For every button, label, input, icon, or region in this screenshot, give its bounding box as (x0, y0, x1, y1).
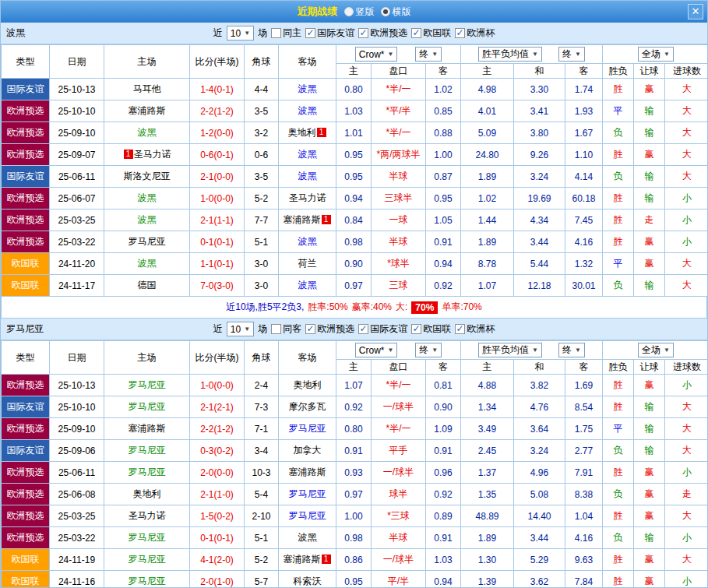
odds-home: 0.95 (336, 571, 372, 588)
subcol-avg-away: 客 (565, 64, 603, 79)
odds-handicap: *半/一 (372, 418, 426, 440)
comp-filter-checkbox-4[interactable]: ✓ 欧洲杯 (455, 322, 495, 336)
home-team: 罗马尼亚 (104, 549, 190, 571)
layout-vertical-option[interactable]: 竖版 (344, 5, 375, 19)
result-outcome: 胜 (603, 209, 634, 231)
comp-filter-label: 欧国联 (423, 26, 451, 40)
match-date: 25-06-11 (50, 166, 104, 188)
chevron-down-icon: ▼ (575, 347, 581, 354)
final-odds-select[interactable]: 终 ▼ (415, 47, 442, 62)
odds-away: 0.91 (426, 231, 461, 253)
corner-count: 3-0 (245, 275, 279, 297)
same-venue-label: 同主 (283, 26, 301, 40)
match-row: 欧洲预选25-10-13罗马尼亚1-0(0-0)2-4奥地利1.07*半/一0.… (2, 375, 708, 396)
corner-count: 5-7 (245, 571, 279, 588)
avg-home-odds: 48.89 (461, 505, 514, 527)
odds-away: 1.05 (426, 209, 461, 231)
subcol-outcome: 胜负 (603, 64, 634, 79)
competition-badge: 欧洲预选 (2, 231, 50, 253)
home-team-name: 波黑 (138, 258, 157, 269)
col-score: 比分(半场) (190, 341, 245, 375)
comp-filter-checkbox-2[interactable]: ✓ 欧洲预选 (358, 26, 407, 40)
final-avg-select[interactable]: 终 ▼ (558, 343, 585, 357)
comp-filter-checkbox-3[interactable]: ✓ 欧国联 (411, 322, 451, 336)
close-button[interactable]: ✕ (688, 4, 703, 19)
checkbox-checked-icon: ✓ (455, 324, 465, 334)
final-odds-select[interactable]: 终 ▼ (415, 343, 442, 357)
subcol-odds-away: 客 (426, 64, 461, 79)
away-team: 波黑 (279, 79, 336, 100)
avg-draw-odds: 5.08 (514, 484, 565, 505)
recent-count-select[interactable]: 10 ▼ (227, 26, 254, 40)
avg-draw-odds: 14.40 (514, 505, 565, 527)
comp-filter-checkbox-3[interactable]: ✓ 欧国联 (411, 26, 451, 40)
odds-home: 0.97 (336, 484, 372, 505)
avg-odds-select[interactable]: 胜平负均值 ▼ (478, 47, 542, 62)
same-venue-checkbox[interactable]: 同主 (271, 26, 301, 40)
avg-draw-odds: 3.44 (514, 527, 565, 549)
odds-handicap: 半球 (372, 166, 426, 188)
same-venue-checkbox[interactable]: 同客 (271, 322, 301, 336)
match-date: 25-09-10 (50, 122, 104, 144)
odds-handicap: 球半 (372, 484, 426, 505)
match-date: 25-03-22 (50, 527, 104, 549)
corner-count: 5-2 (245, 188, 279, 209)
home-team: 1圣马力诺 (104, 144, 190, 166)
result-goals: 大 (665, 275, 708, 297)
period-select[interactable]: 全场 ▼ (638, 47, 674, 62)
result-handicap: 走 (634, 209, 665, 231)
result-outcome: 胜 (603, 144, 634, 166)
match-row: 欧国联24-11-20波黑1-1(0-1)3-0荷兰0.90*球半0.948.7… (2, 253, 708, 275)
comp-filter-checkbox-1[interactable]: ✓ 国际友谊 (305, 26, 354, 40)
match-score: 2-2(1-2) (190, 418, 245, 440)
checkbox-unchecked-icon (271, 28, 281, 38)
comp-filter-checkbox-2[interactable]: ✓ 国际友谊 (358, 322, 407, 336)
period-select[interactable]: 全场 ▼ (638, 343, 674, 357)
result-outcome: 负 (603, 440, 634, 462)
result-handicap: 赢 (634, 231, 665, 253)
filter-bar: 近 10 ▼ 场 同客 ✓ 欧洲预选 ✓ 国际友谊 ✓ 欧国联 (213, 322, 495, 336)
period-value: 全场 (642, 48, 660, 61)
odds-source-select[interactable]: Crow* ▼ (355, 47, 398, 62)
avg-home-odds: 2.45 (461, 440, 514, 462)
result-outcome: 胜 (603, 188, 634, 209)
match-row: 欧洲预选25-09-10波黑1-2(0-0)3-2奥地利11.01*半/一0.8… (2, 122, 708, 144)
red-card-badge: 1 (322, 215, 331, 224)
odds-source-select[interactable]: Crow* ▼ (355, 343, 398, 357)
recent-count-value: 10 (231, 324, 241, 335)
home-team-name: 圣马力诺 (129, 510, 166, 521)
competition-badge: 欧国联 (2, 275, 50, 297)
result-handicap: 输 (634, 418, 665, 440)
result-handicap: 赢 (634, 505, 665, 527)
avg-home-odds: 1.35 (461, 484, 514, 505)
final-avg-value: 终 (562, 343, 572, 357)
corner-count: 0-6 (245, 144, 279, 166)
subcol-avg-draw: 和 (514, 64, 565, 79)
match-row: 欧洲预选25-06-08奥地利2-1(1-0)5-4罗马尼亚0.97球半0.92… (2, 484, 708, 505)
subcol-handicap-result: 让球 (634, 64, 665, 79)
final-avg-select[interactable]: 终 ▼ (558, 47, 585, 62)
avg-draw-odds: 3.41 (514, 100, 565, 122)
comp-filter-checkbox-4[interactable]: ✓ 欧洲杯 (455, 26, 495, 40)
recent-count-select[interactable]: 10 ▼ (227, 322, 254, 336)
dialog-title: 近期战绩 (298, 5, 338, 19)
odds-away: 1.09 (426, 418, 461, 440)
recent-label: 近 (213, 26, 223, 40)
odds-away: 1.02 (426, 79, 461, 100)
result-goals: 小 (665, 527, 708, 549)
away-team-name: 荷兰 (298, 258, 317, 269)
comp-filter-label: 欧洲杯 (467, 322, 495, 336)
corner-count: 3-5 (245, 166, 279, 188)
avg-odds-select[interactable]: 胜平负均值 ▼ (478, 343, 542, 357)
odds-home: 0.86 (336, 549, 372, 571)
comp-filter-checkbox-1[interactable]: ✓ 欧洲预选 (305, 322, 354, 336)
match-row: 欧洲预选25-09-10塞浦路斯2-2(1-2)7-1罗马尼亚0.80*半/一1… (2, 418, 708, 440)
home-team: 波黑 (104, 253, 190, 275)
avg-home-odds: 1.44 (461, 209, 514, 231)
result-goals: 大 (665, 166, 708, 188)
layout-horizontal-option[interactable]: 横版 (381, 5, 411, 19)
avg-away-odds: 8.38 (565, 484, 603, 505)
checkbox-checked-icon: ✓ (358, 324, 368, 334)
matches-table-1: 类型 日期 主场 比分(半场) 角球 客场 Crow* ▼ 终 ▼ (1, 44, 708, 297)
avg-home-odds: 1.89 (461, 527, 514, 549)
